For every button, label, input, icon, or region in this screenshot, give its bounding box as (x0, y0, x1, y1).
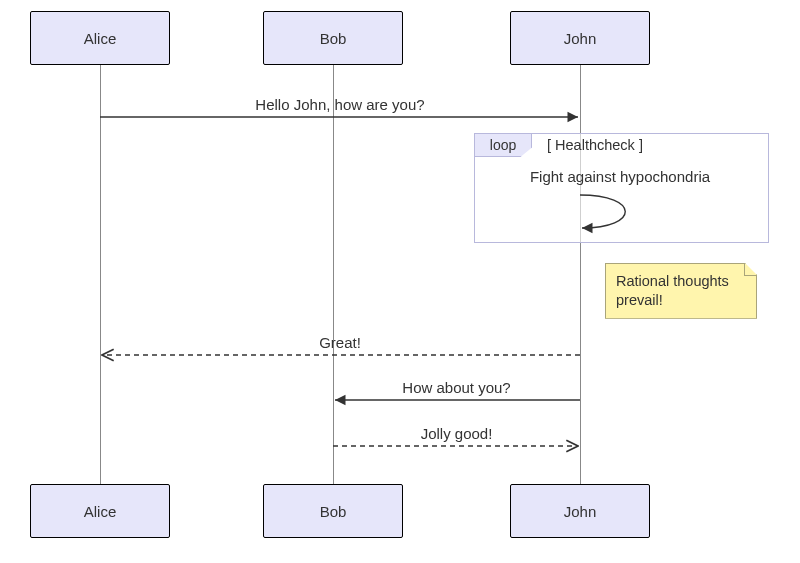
label-m2: Great! (100, 334, 580, 351)
actor-john-bottom: John (510, 484, 650, 538)
note-line1: Rational thoughts (616, 273, 729, 289)
actor-bob-top: Bob (263, 11, 403, 65)
actor-john-top: John (510, 11, 650, 65)
lifeline-bob (333, 64, 334, 484)
note-john: Rational thoughts prevail! (605, 263, 757, 319)
actor-alice-top: Alice (30, 11, 170, 65)
label-m4: Jolly good! (333, 425, 580, 442)
lifeline-alice (100, 64, 101, 484)
actor-alice-bottom: Alice (30, 484, 170, 538)
label-loop-msg: Fight against hypochondria (480, 168, 760, 185)
actor-label: Alice (84, 503, 117, 520)
actor-label: Bob (320, 503, 347, 520)
loop-condition: [ Healthcheck ] (547, 137, 643, 153)
actor-label: John (564, 30, 597, 47)
note-line2: prevail! (616, 292, 663, 308)
actor-label: John (564, 503, 597, 520)
actor-label: Bob (320, 30, 347, 47)
loop-keyword: loop (490, 137, 516, 153)
loop-fragment: loop [ Healthcheck ] (474, 133, 769, 243)
actor-label: Alice (84, 30, 117, 47)
actor-bob-bottom: Bob (263, 484, 403, 538)
lifeline-john (580, 64, 581, 484)
sequence-diagram: Alice Bob John Alice Bob John loop [ Hea… (0, 0, 800, 563)
label-m3: How about you? (333, 379, 580, 396)
label-m1: Hello John, how are you? (100, 96, 580, 113)
loop-tab: loop (474, 133, 532, 157)
